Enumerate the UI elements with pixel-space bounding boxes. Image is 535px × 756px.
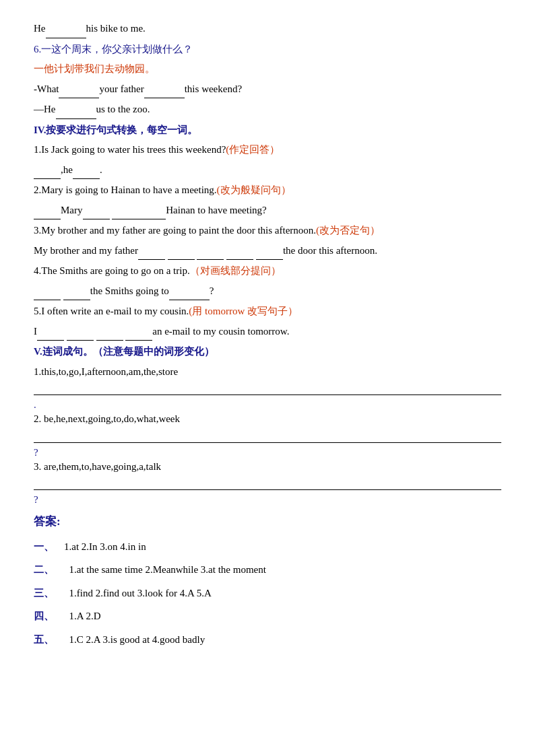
blank-iv5c (96, 323, 123, 341)
blank-iv5b (67, 323, 94, 341)
section4-title: IV.按要求进行句式转换，每空一词。 (34, 122, 501, 139)
ans1-row: 一、 1.at 2.In 3.on 4.in in (34, 537, 501, 557)
iv2-question: 2.Mary is going to Hainan to have a meet… (34, 182, 501, 199)
ans5-label: 五、 (34, 634, 54, 645)
blank-iv1b (73, 162, 100, 180)
blank-iv3a (138, 242, 165, 261)
v3-words: 3. are,them,to,have,going,a,talk (34, 458, 501, 476)
blank-iv4c (169, 283, 210, 301)
iv5-blank: I an e-mail to my cousin tomorrow. (34, 323, 501, 341)
iv3-question: 3.My brother and my father are going to … (34, 222, 501, 240)
ans2-label: 二、 (34, 564, 54, 575)
blank-what1 (59, 81, 99, 99)
v2-answer-line (34, 431, 501, 443)
iv2-blank: Mary Hainan to have meeting? (34, 202, 501, 220)
ans1-content: 1.at 2.In 3.on 4.in in (64, 541, 146, 552)
blank-iv3e (256, 242, 283, 261)
ans4-label: 四、 (34, 611, 54, 621)
iv4-hint: （对画线部分提问） (190, 265, 281, 276)
q6-answer: 一他计划带我们去动物园。 (34, 61, 501, 78)
blank-iv3d (226, 242, 253, 261)
blank-iv2a (34, 202, 61, 220)
iv1-blank: ,he . (34, 162, 501, 180)
iv3-hint: (改为否定句） (316, 225, 380, 236)
blank-iv5a (37, 323, 64, 341)
blank-iv4b (63, 283, 90, 301)
blank-iv3b (168, 242, 195, 261)
blank-1 (46, 20, 86, 38)
iv3-blank: My brother and my father the door this a… (34, 242, 501, 261)
ans3-row: 三、 1.find 2.find out 3.look for 4.A 5.A (34, 584, 501, 603)
blank-what2 (144, 81, 185, 99)
blank-he (56, 101, 96, 119)
blank-iv1a (34, 162, 61, 180)
blank-iv4a (34, 283, 61, 301)
v1-words: 1.this,to,go,I,afternoon,am,the,store (34, 364, 501, 381)
blank-iv5d (125, 323, 152, 341)
ans1-label: 一、 (34, 541, 54, 552)
section5-title: V.连词成句。（注意每题中的词形变化） (34, 343, 501, 361)
intro-line: He his bike to me. (34, 20, 501, 38)
v2-words: 2. be,he,next,going,to,do,what,week (34, 411, 501, 428)
ans5-content: 1.C 2.A 3.is good at 4.good badly (69, 634, 206, 645)
v1-answer-line (34, 383, 501, 395)
iv5-question: 5.I often write an e-mail to my cousin.(… (34, 303, 501, 320)
ans2-row: 二、 1.at the same time 2.Meanwhile 3.at t… (34, 560, 501, 580)
ans2-content: 1.at the same time 2.Meanwhile 3.at the … (69, 564, 266, 575)
blank-iv2c (112, 202, 166, 220)
q6-label: 6.一这个周末，你父亲计划做什么？ (34, 41, 501, 59)
q6-blank1: -What your father this weekend? (34, 81, 501, 99)
blank-iv3c (197, 242, 224, 261)
iv5-hint: (用 tomorrow 改写句子） (189, 306, 298, 316)
page-content: He his bike to me. 6.一这个周末，你父亲计划做什么？ 一他计… (34, 20, 501, 649)
v3-answer-line (34, 478, 501, 490)
q6-blank2: —He us to the zoo. (34, 101, 501, 119)
ans3-label: 三、 (34, 588, 54, 598)
answer-section: 答案: 一、 1.at 2.In 3.on 4.in in 二、 1.at th… (34, 512, 501, 649)
ans4-row: 四、 1.A 2.D (34, 607, 501, 626)
answer-title: 答案: (34, 512, 501, 532)
iv4-question: 4.The Smiths are going to go on a trip.（… (34, 263, 501, 280)
ans5-row: 五、 1.C 2.A 3.is good at 4.good badly (34, 630, 501, 650)
blank-iv2b (83, 202, 110, 220)
iv2-hint: (改为般疑问句） (217, 184, 291, 195)
iv4-blank: the Smiths going to ? (34, 283, 501, 301)
iv1-question: 1.Is Jack going to water his trees this … (34, 141, 501, 159)
ans4-content: 1.A 2.D (69, 611, 101, 621)
iv1-hint: (作定回答） (226, 144, 280, 155)
ans3-content: 1.find 2.find out 3.look for 4.A 5.A (69, 588, 212, 598)
